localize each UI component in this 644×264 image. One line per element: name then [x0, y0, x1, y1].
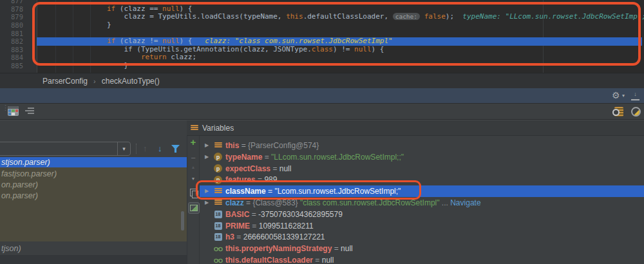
variable-value: null: [322, 256, 334, 264]
show-watches-toggle-icon[interactable]: [188, 202, 200, 214]
chevron-right-icon: ›: [93, 77, 96, 85]
filter-icon[interactable]: [171, 145, 180, 153]
add-watch-icon[interactable]: +: [187, 137, 199, 147]
variable-row-this-defaultClassLoader[interactable]: this.defaultClassLoader = null: [200, 254, 644, 264]
code-line-880: }: [39, 21, 111, 30]
variable-row-BASIC[interactable]: 18BASIC = -3750763034362895579: [200, 209, 644, 220]
primitive-icon: 18: [214, 233, 222, 241]
frame-row[interactable]: fastjson.parser): [0, 169, 187, 180]
drag-handle-icon[interactable]: ⋮: [2, 106, 6, 109]
variable-type-icon: p: [213, 164, 223, 173]
variable-value: null: [341, 244, 353, 253]
variable-row-this[interactable]: ▶this = {ParserConfig@574}: [200, 140, 644, 151]
next-frame-icon[interactable]: ↓: [158, 144, 162, 153]
variable-type-icon: [213, 244, 223, 253]
variable-row-expectClass[interactable]: pexpectClass = null: [200, 163, 644, 174]
breadcrumb-method[interactable]: checkAutoType(): [102, 77, 160, 86]
evaluate-calculator-icon[interactable]: [8, 106, 19, 116]
parameter-icon: p: [214, 153, 222, 161]
frame-row[interactable]: on.parser): [0, 180, 187, 191]
memory-gauge-icon[interactable]: [631, 107, 641, 117]
thread-selector[interactable]: ▾: [0, 142, 131, 156]
line-number: 879: [0, 13, 23, 21]
variable-value: -3750763034362895579: [258, 210, 343, 219]
frames-panel[interactable]: ▾ ↑ ↓ stjson.parser)fastjson.parser)on.p…: [0, 120, 187, 264]
line-number: 881: [0, 30, 23, 38]
variable-name: className: [225, 187, 266, 196]
variable-value: =: [262, 153, 271, 162]
variable-value: 1099511628211: [259, 222, 314, 231]
variable-value: "Lcom.sun.rowset.JdbcRowSetImpl;": [274, 187, 401, 196]
variable-value: =: [313, 256, 322, 264]
variable-type-icon: p: [213, 153, 223, 162]
layout-settings-icon[interactable]: [25, 108, 35, 115]
variables-icon: [191, 125, 198, 132]
copy-icon[interactable]: [187, 189, 199, 198]
variable-value: =: [249, 210, 258, 219]
prev-frame-icon[interactable]: ↑: [143, 144, 147, 153]
line-number: 877: [0, 0, 23, 5]
frame-row[interactable]: tjson): [0, 242, 187, 255]
parameter-icon: p: [214, 176, 222, 184]
expand-arrow-icon[interactable]: ▶: [205, 197, 209, 209]
move-down-icon[interactable]: ▼: [187, 176, 199, 181]
combo-arrow-icon[interactable]: ▾: [117, 142, 130, 155]
variable-type-icon: [213, 141, 223, 150]
navigate-link[interactable]: Navigate: [450, 198, 480, 207]
frames-bottom-strip: [0, 255, 187, 264]
line-number: 884: [0, 53, 23, 62]
line-number: 880: [0, 21, 23, 30]
variable-row-clazz[interactable]: ▶clazz = {Class@583} "class com.sun.rows…: [200, 197, 644, 209]
line-number: 882: [0, 37, 23, 46]
variable-row-className[interactable]: ▶className = "Lcom.sun.rowset.JdbcRowSet…: [200, 185, 644, 197]
variable-name: features: [225, 175, 256, 184]
primitive-icon: 18: [214, 211, 222, 218]
variable-row-typeName[interactable]: ▶ptypeName = "LLcom.sun.rowset.JdbcRowSe…: [200, 151, 644, 163]
variable-name: BASIC: [225, 210, 249, 219]
variable-type-icon: [213, 187, 223, 196]
breadcrumb-class[interactable]: ParserConfig: [43, 77, 88, 86]
remove-watch-icon[interactable]: −: [187, 153, 199, 163]
variable-type-icon: [213, 256, 223, 264]
toolbar-separator: [136, 144, 137, 154]
variable-value: =: [239, 141, 248, 150]
expand-arrow-icon[interactable]: ▶: [205, 185, 209, 197]
variable-name: expectClass: [225, 164, 270, 173]
move-up-icon[interactable]: ▲: [187, 165, 199, 169]
variable-value: {ParserConfig@574}: [248, 141, 319, 150]
variable-row-features[interactable]: pfeatures = 989: [200, 174, 644, 185]
frames-scrollbar[interactable]: [181, 211, 184, 231]
variable-type-icon: [213, 198, 223, 207]
variable-row-h3[interactable]: 18h3 = 2666600581339127221: [200, 231, 644, 243]
gear-icon[interactable]: ⚙: [612, 90, 620, 100]
variable-type-icon: 18: [213, 210, 223, 219]
editor-gutter: 877878879880881882883884885: [0, 0, 37, 73]
watch-glasses-icon: [214, 257, 223, 263]
variable-row-PRIME[interactable]: 18PRIME = 1099511628211: [200, 220, 644, 232]
line-number: 885: [0, 62, 23, 70]
debug-toolbar: ⋮: [0, 103, 644, 120]
frame-row[interactable]: on.parser): [0, 191, 187, 202]
variables-header: Variables: [187, 120, 644, 136]
variable-value: "class com.sun.rowset.JdbcRowSetImpl": [300, 198, 440, 207]
search-class-icon[interactable]: [614, 107, 623, 117]
variable-type-icon: p: [213, 175, 223, 184]
breadcrumb: ParserConfig › checkAutoType(): [0, 73, 644, 88]
variable-value: null: [279, 164, 292, 173]
variables-tree[interactable]: ▶this = {ParserConfig@574}▶ptypeName = "…: [200, 136, 644, 264]
variable-row-this-propertyNamingStrategy[interactable]: this.propertyNamingStrategy = null: [200, 243, 644, 254]
variable-value: =: [234, 232, 243, 241]
expand-arrow-icon[interactable]: ▶: [205, 140, 209, 151]
hide-panel-icon[interactable]: ↓: [631, 91, 639, 100]
variable-name: h3: [225, 232, 234, 241]
code-line-879: clazz = TypeUtils.loadClass(typeName, th…: [39, 13, 644, 21]
expand-arrow-icon[interactable]: ▶: [205, 151, 209, 163]
variables-title: Variables: [202, 124, 234, 133]
chevron-down-icon[interactable]: ▾: [622, 93, 625, 99]
code-line-885: }: [39, 62, 128, 70]
variable-name: this: [225, 141, 239, 150]
code-editor[interactable]: 877878879880881882883884885 if (clazz ==…: [0, 0, 644, 73]
variable-name: PRIME: [225, 222, 250, 231]
frame-row[interactable]: stjson.parser): [0, 157, 187, 167]
right-margin-guide: [543, 0, 544, 73]
